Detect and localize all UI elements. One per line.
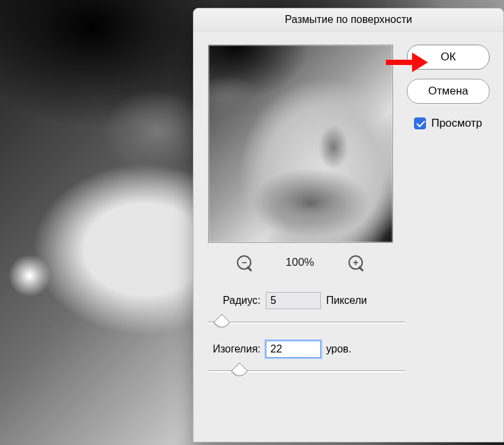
dialog-title: Размытие по поверхности [194, 9, 503, 32]
preview-checkbox-label: Просмотр [431, 117, 482, 130]
zoom-out-button[interactable]: − [236, 254, 253, 271]
ok-button[interactable]: ОК [407, 45, 490, 70]
radius-unit: Пиксели [326, 295, 367, 307]
threshold-slider[interactable] [208, 363, 405, 380]
radius-label: Радиус: [208, 295, 261, 307]
threshold-label: Изогелия: [208, 343, 261, 355]
filter-preview[interactable] [208, 45, 393, 243]
preview-checkbox[interactable] [414, 117, 426, 129]
preview-image [209, 45, 392, 242]
zoom-level-label: 100% [280, 256, 320, 269]
surface-blur-dialog: Размытие по поверхности − 100% + ОК Отме… [193, 8, 504, 442]
threshold-input[interactable] [266, 341, 321, 358]
radius-input[interactable] [266, 292, 321, 309]
radius-slider[interactable] [208, 314, 405, 331]
threshold-slider-thumb[interactable] [231, 362, 247, 379]
cancel-button[interactable]: Отмена [407, 79, 490, 104]
zoom-controls: − 100% + [208, 248, 392, 277]
radius-slider-thumb[interactable] [213, 314, 230, 330]
threshold-unit: уров. [326, 343, 352, 355]
zoom-in-button[interactable]: + [347, 254, 364, 271]
